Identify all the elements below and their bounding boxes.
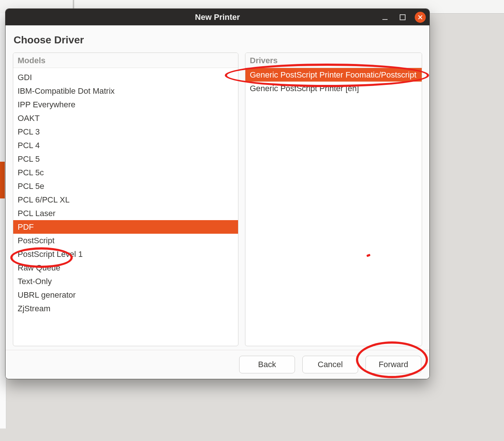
models-row-label: PCL 5c bbox=[18, 168, 44, 178]
models-row-label: Raw Queue bbox=[18, 263, 60, 273]
models-row[interactable]: PDF bbox=[13, 220, 238, 234]
close-button[interactable] bbox=[415, 12, 426, 23]
models-list[interactable]: ESC/P Dot MatrixGDIIBM-Compatible Dot Ma… bbox=[13, 68, 238, 346]
models-row[interactable]: PCL 5 bbox=[13, 152, 238, 166]
back-button[interactable]: Back bbox=[239, 356, 295, 373]
models-row-label: OAKT bbox=[18, 114, 40, 123]
window-controls bbox=[379, 9, 426, 25]
drivers-row-label: Generic PostScript Printer [en] bbox=[250, 84, 359, 93]
models-column: Models ESC/P Dot MatrixGDIIBM-Compatible… bbox=[13, 53, 238, 346]
models-row-label: PCL 5e bbox=[18, 182, 44, 191]
drivers-column: Drivers Generic PostScript Printer Fooma… bbox=[245, 53, 422, 346]
background-selection-stripe bbox=[0, 162, 5, 198]
window-titlebar: New Printer bbox=[6, 9, 429, 25]
dialog-footer: Back Cancel Forward bbox=[6, 350, 429, 379]
models-row-label: IBM-Compatible Dot Matrix bbox=[18, 86, 115, 96]
models-row[interactable]: PostScript bbox=[13, 234, 238, 247]
models-row[interactable]: PCL 3 bbox=[13, 125, 238, 139]
drivers-row[interactable]: Generic PostScript Printer Foomatic/Post… bbox=[245, 68, 422, 82]
drivers-column-header: Drivers bbox=[245, 53, 422, 68]
models-row-label: PCL 3 bbox=[18, 127, 40, 137]
window-title: New Printer bbox=[195, 12, 240, 22]
forward-button[interactable]: Forward bbox=[366, 356, 421, 373]
models-row-label: PostScript Level 1 bbox=[18, 250, 83, 259]
new-printer-dialog: New Printer Choose Driver Models ESC/P bbox=[5, 8, 430, 379]
models-row-label: PCL 5 bbox=[18, 154, 40, 164]
back-button-label: Back bbox=[258, 360, 276, 369]
models-row[interactable]: PCL Laser bbox=[13, 207, 238, 220]
models-row[interactable]: IBM-Compatible Dot Matrix bbox=[13, 84, 238, 98]
minimize-icon bbox=[382, 19, 388, 20]
dialog-body: Choose Driver Models ESC/P Dot MatrixGDI… bbox=[6, 25, 429, 350]
models-row-label: PCL 4 bbox=[18, 141, 40, 150]
models-row-label: GDI bbox=[18, 73, 32, 82]
models-row[interactable]: IPP Everywhere bbox=[13, 98, 238, 111]
models-row[interactable]: PCL 5e bbox=[13, 179, 238, 193]
models-row-label: Text-Only bbox=[18, 277, 52, 286]
models-row-label: ESC/P Dot Matrix bbox=[18, 68, 81, 69]
models-row[interactable]: Text-Only bbox=[13, 275, 238, 288]
maximize-button[interactable] bbox=[397, 12, 408, 23]
models-row[interactable]: Raw Queue bbox=[13, 261, 238, 275]
drivers-list[interactable]: Generic PostScript Printer Foomatic/Post… bbox=[245, 68, 422, 346]
models-row[interactable]: ESC/P Dot Matrix bbox=[13, 68, 238, 71]
models-row-label: PCL 6/PCL XL bbox=[18, 195, 69, 205]
models-row-label: PCL Laser bbox=[18, 209, 55, 218]
models-column-header: Models bbox=[13, 53, 238, 68]
models-row[interactable]: OAKT bbox=[13, 111, 238, 125]
models-row[interactable]: PCL 5c bbox=[13, 166, 238, 179]
close-icon bbox=[418, 15, 423, 20]
page-title: Choose Driver bbox=[14, 34, 422, 46]
minimize-button[interactable] bbox=[379, 12, 390, 23]
models-row-label: PostScript bbox=[18, 236, 54, 245]
models-row-label: PDF bbox=[18, 222, 34, 232]
models-row-label: ZjStream bbox=[18, 304, 50, 313]
lists-row: Models ESC/P Dot MatrixGDIIBM-Compatible… bbox=[13, 53, 422, 346]
models-row-label: IPP Everywhere bbox=[18, 100, 75, 110]
forward-button-label: Forward bbox=[379, 360, 408, 369]
cancel-button-label: Cancel bbox=[318, 360, 343, 369]
maximize-icon bbox=[400, 14, 406, 20]
models-row[interactable]: PCL 6/PCL XL bbox=[13, 193, 238, 207]
models-row[interactable]: ZjStream bbox=[13, 302, 238, 315]
models-row[interactable]: GDI bbox=[13, 71, 238, 84]
models-row[interactable]: PostScript Level 1 bbox=[13, 247, 238, 261]
models-row[interactable]: PCL 4 bbox=[13, 139, 238, 152]
models-row[interactable]: UBRL generator bbox=[13, 288, 238, 302]
cancel-button[interactable]: Cancel bbox=[302, 356, 358, 373]
drivers-row-label: Generic PostScript Printer Foomatic/Post… bbox=[250, 70, 417, 80]
models-row-label: UBRL generator bbox=[18, 290, 76, 300]
drivers-row[interactable]: Generic PostScript Printer [en] bbox=[245, 82, 422, 95]
